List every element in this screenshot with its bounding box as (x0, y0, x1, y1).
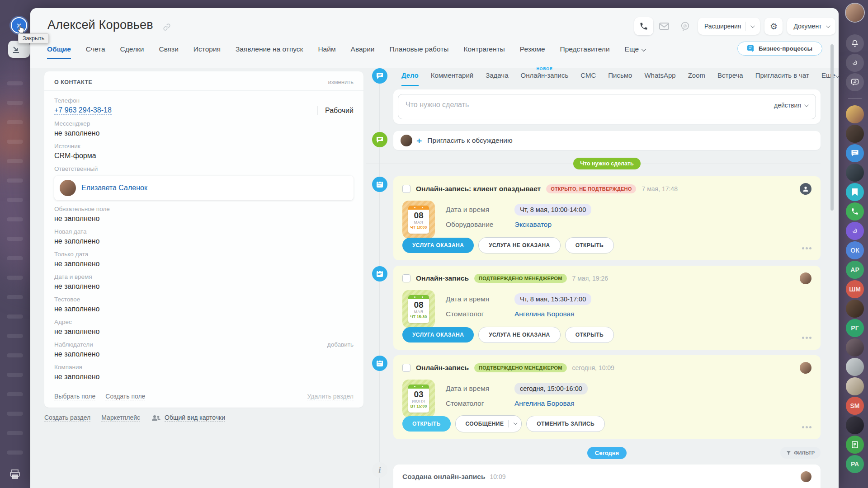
record-checkbox[interactable] (402, 364, 410, 372)
dock-divider (848, 98, 862, 99)
open-lines-icon[interactable] (846, 73, 864, 91)
record-timestamp: 7 мая, 19:26 (572, 275, 608, 282)
service-not-done-button[interactable]: УСЛУГА НЕ ОКАЗАНА (478, 237, 560, 253)
tl-tab-booking[interactable]: НОВОЕ Онлайн-запись (521, 71, 569, 86)
chat-avatar[interactable] (846, 377, 864, 395)
open-button[interactable]: ОТКРЫТЬ (402, 416, 451, 432)
chat-initials[interactable]: ШМ (846, 280, 864, 298)
cancel-booking-button[interactable]: ОТМЕНИТЬ ЗАПИСЬ (526, 416, 605, 432)
invite-row[interactable]: + Пригласить к обсуждению (393, 131, 821, 150)
tab-resume[interactable]: Резюме (520, 45, 545, 59)
field-test: Тестовое не заполнено (54, 296, 354, 313)
scrollbar[interactable] (830, 44, 834, 211)
activity-stream-icon (372, 68, 387, 84)
responsible-card[interactable]: Елизавета Саленок (54, 176, 354, 200)
tl-tab-comment[interactable]: Комментарий (431, 71, 473, 86)
todo-input[interactable] (406, 98, 748, 112)
tab-general[interactable]: Общие (47, 45, 71, 59)
chat-avatar[interactable] (846, 416, 864, 434)
more-actions-button[interactable] (802, 337, 811, 339)
tab-representatives[interactable]: Представители (560, 45, 610, 59)
filter-button[interactable]: ФИЛЬТР (780, 447, 821, 459)
more-actions-button[interactable] (802, 426, 811, 428)
chat-initials[interactable]: ОК (846, 241, 864, 259)
feed-icon[interactable] (846, 54, 864, 72)
chat-bubble-icon[interactable] (846, 144, 864, 162)
settings-button[interactable]: ⚙ (764, 18, 783, 35)
service-done-button[interactable]: УСЛУГА ОКАЗАНА (402, 327, 474, 343)
tl-tab-task[interactable]: Задача (486, 71, 508, 86)
timeline-record: Онлайн-запись ПОДТВЕРЖДЕНО МЕНЕДЖЕРОМ се… (393, 355, 821, 439)
notifications-icon[interactable] (846, 34, 864, 52)
add-observer-link[interactable]: добавить (327, 341, 354, 348)
chat-avatar[interactable] (846, 300, 864, 318)
tl-tab-meeting[interactable]: Встреча (717, 71, 743, 86)
create-section-link[interactable]: Создать раздел (44, 414, 90, 422)
resource-link[interactable]: Ангелина Боровая (514, 399, 575, 408)
tab-invoices[interactable]: Счета (86, 45, 105, 59)
service-done-button[interactable]: УСЛУГА ОКАЗАНА (402, 238, 474, 253)
open-button[interactable]: ОТКРЫТЬ (565, 327, 614, 343)
entity-tabs: Общие Счета Сделки Связи История Заявлен… (47, 45, 645, 59)
message-dropdown-button[interactable]: СООБЩЕНИЕ (455, 415, 522, 432)
create-field-link[interactable]: Создать поле (105, 393, 145, 400)
user-avatar[interactable] (846, 4, 864, 22)
tl-tab-sms[interactable]: СМС (580, 71, 596, 86)
extensions-dropdown[interactable]: Расширения (698, 18, 760, 35)
tl-tab-zoom[interactable]: Zoom (688, 71, 705, 86)
tl-tab-invite-chat[interactable]: Пригласить в чат (755, 71, 809, 86)
chat-initials[interactable]: АР (846, 261, 864, 279)
email-button[interactable] (655, 17, 674, 35)
record-checkbox[interactable] (402, 274, 410, 282)
service-not-done-button[interactable]: УСЛУГА НЕ ОКАЗАНА (478, 327, 560, 343)
business-process-button[interactable]: Бизнес-процессы (737, 42, 822, 56)
saved-messages-icon[interactable] (846, 183, 864, 201)
tab-hiring[interactable]: Найм (318, 45, 335, 59)
tab-relations[interactable]: Связи (159, 45, 178, 59)
tab-history[interactable]: История (193, 45, 221, 59)
chat-avatar[interactable] (846, 358, 864, 376)
delete-section-link[interactable]: Удалить раздел (307, 393, 354, 400)
edit-link[interactable]: изменить (328, 79, 354, 85)
chat-avatar[interactable] (846, 164, 864, 182)
resource-link[interactable]: Экскаватор (514, 221, 552, 229)
tab-counterparties[interactable]: Контрагенты (463, 45, 505, 59)
chat-avatar[interactable] (846, 125, 864, 143)
record-title[interactable]: Онлайн-запись (416, 364, 469, 372)
copy-link-icon[interactable] (162, 23, 171, 32)
tab-deals[interactable]: Сделки (120, 45, 144, 59)
composer-actions-dropdown[interactable]: действия (774, 102, 807, 109)
tab-incidents[interactable]: Аварии (351, 45, 375, 59)
resource-link[interactable]: Ангелина Боровая (514, 310, 575, 318)
tl-tab-more[interactable]: Еще (821, 71, 839, 86)
record-title[interactable]: Онлайн-запись (416, 274, 469, 282)
chat-avatar[interactable] (846, 105, 864, 123)
tl-tab-activity[interactable]: Дело (401, 71, 419, 86)
chat-avatar[interactable] (846, 338, 864, 357)
tab-vacation[interactable]: Заявление на отпуск (236, 45, 303, 59)
chat-initials[interactable]: РГ (846, 319, 864, 337)
minimize-icon (12, 46, 20, 53)
more-actions-button[interactable] (802, 247, 811, 249)
record-title[interactable]: Онлайн-запись: клиент опаздывает (416, 185, 541, 193)
card-view-link[interactable]: Общий вид карточки (151, 414, 225, 422)
select-field-link[interactable]: Выбрать поле (54, 393, 95, 400)
chat-initials[interactable]: РА (846, 455, 864, 473)
open-button[interactable]: ОТКРЫТЬ (565, 237, 614, 253)
tl-tab-whatsapp[interactable]: WhatsApp (644, 71, 675, 86)
tab-more[interactable]: Еще (625, 45, 645, 59)
business-process-label: Бизнес-процессы (759, 45, 812, 52)
calls-icon[interactable] (846, 202, 864, 221)
phone-link[interactable]: +7 963 294-38-18 (54, 106, 112, 115)
marketplace-link[interactable]: Маркетплейс (101, 414, 140, 422)
record-checkbox[interactable] (402, 185, 410, 193)
responsible-link[interactable]: Елизавета Саленок (81, 184, 147, 192)
community-icon[interactable] (846, 222, 864, 240)
tab-planned-works[interactable]: Плановые работы (390, 45, 449, 59)
report-bot-icon[interactable] (846, 436, 864, 454)
chat-initials[interactable]: SM (846, 397, 864, 415)
document-dropdown[interactable]: Документ (787, 18, 835, 35)
call-button[interactable] (634, 17, 653, 35)
tl-tab-email[interactable]: Письмо (608, 71, 632, 86)
chat-button[interactable]: @ (675, 17, 694, 35)
